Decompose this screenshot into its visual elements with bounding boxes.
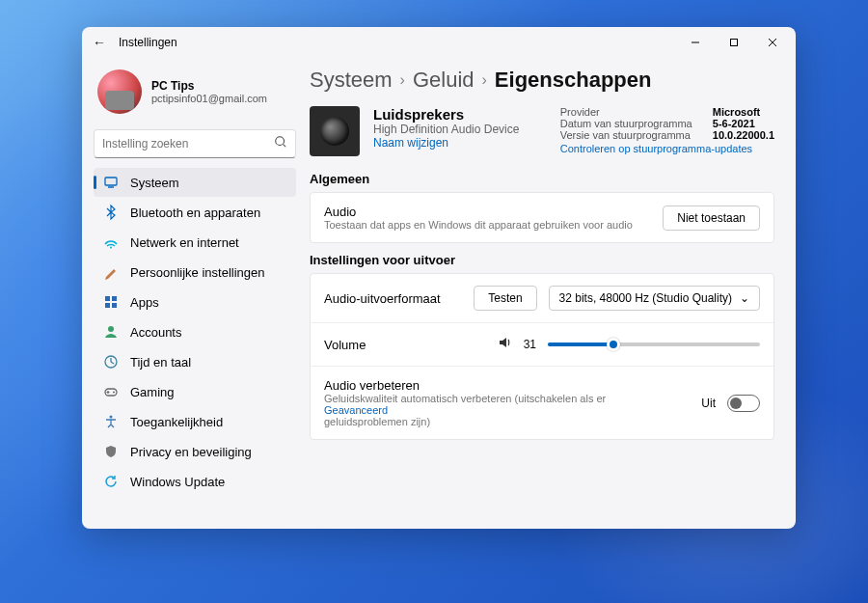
volume-row: Volume 31 [311,322,773,366]
titlebar: ← Instellingen [82,27,796,58]
bluetooth-icon [103,205,119,220]
profile[interactable]: PC Tips pctipsinfo01@gmail.com [94,66,296,125]
format-row: Audio-uitvoerformaat Testen 32 bits, 480… [311,274,773,322]
sidebar-item-label: Systeem [130,176,179,190]
svg-line-5 [284,145,286,148]
sidebar-item-label: Toegankelijkheid [130,415,223,429]
speaker-icon [310,106,360,156]
personalize-icon [103,264,119,280]
svg-rect-11 [105,303,110,308]
profile-name: PC Tips [151,79,267,93]
search-box[interactable] [94,129,296,158]
sidebar-item-label: Netwerk en internet [130,235,239,250]
sidebar-item-label: Windows Update [130,475,225,489]
gaming-icon [103,384,119,399]
svg-rect-12 [112,303,117,308]
search-icon [274,135,287,152]
sidebar: PC Tips pctipsinfo01@gmail.com SysteemBl… [82,58,304,529]
privacy-icon [103,444,119,459]
svg-rect-10 [112,296,117,301]
sidebar-item-bluetooth[interactable]: Bluetooth en apparaten [94,198,296,227]
chevron-right-icon: › [400,71,405,89]
sidebar-item-apps[interactable]: Apps [94,288,296,316]
sidebar-item-gaming[interactable]: Gaming [94,377,296,406]
disallow-button[interactable]: Niet toestaan [663,206,760,231]
audio-allow-row: Audio Toestaan dat apps en Windows dit a… [311,193,773,242]
settings-window: ← Instellingen PC Tips pctipsinfo01@gmai… [82,27,796,529]
update-icon [103,474,119,489]
sidebar-item-label: Persoonlijke instellingen [130,265,264,280]
enhance-toggle[interactable] [727,395,760,412]
time-icon [103,354,119,370]
section-output: Instellingen voor uitvoer [310,253,774,267]
crumb-current: Eigenschappen [495,68,652,93]
sidebar-item-label: Tijd en taal [130,355,191,370]
device-header: Luidsprekers High Definition Audio Devic… [310,106,774,156]
network-icon [103,234,119,250]
svg-point-16 [113,392,115,394]
device-meta: ProviderMicrosoft Datum van stuurprogram… [560,106,774,154]
crumb-sound[interactable]: Geluid [413,68,475,93]
sidebar-item-label: Gaming [130,385,175,399]
sidebar-item-label: Bluetooth en apparaten [130,206,260,220]
avatar [97,69,142,114]
crumb-system[interactable]: Systeem [310,68,393,93]
breadcrumb: Systeem › Geluid › Eigenschappen [310,68,774,93]
apps-icon [103,294,119,310]
device-name: Luidsprekers [373,106,519,123]
sidebar-item-personalize[interactable]: Persoonlijke instellingen [94,258,296,287]
device-subtitle: High Definition Audio Device [373,123,519,136]
sidebar-item-time[interactable]: Tijd en taal [94,347,296,376]
main-content: Systeem › Geluid › Eigenschappen Luidspr… [304,58,796,529]
sidebar-item-label: Privacy en beveiliging [130,445,252,459]
rename-link[interactable]: Naam wijzigen [373,136,519,150]
sidebar-item-accounts[interactable]: Accounts [94,317,296,346]
svg-point-17 [110,416,113,419]
svg-rect-1 [731,40,738,46]
system-icon [103,175,119,190]
sidebar-item-network[interactable]: Netwerk en internet [94,228,296,257]
volume-value: 31 [524,338,536,351]
test-button[interactable]: Testen [474,286,536,311]
accessibility-icon [103,414,119,429]
sidebar-item-privacy[interactable]: Privacy en beveiliging [94,437,296,466]
toggle-state: Uit [701,397,716,410]
volume-slider[interactable] [548,343,760,346]
volume-icon[interactable] [497,335,512,354]
chevron-right-icon: › [482,71,487,89]
accounts-icon [103,324,119,340]
svg-point-8 [110,247,112,249]
chevron-down-icon: ⌄ [740,291,749,305]
search-input[interactable] [102,137,274,151]
svg-point-13 [108,326,114,332]
nav: SysteemBluetooth en apparatenNetwerk en … [94,168,296,496]
maximize-button[interactable] [715,27,753,58]
close-button[interactable] [753,27,792,58]
check-updates-link[interactable]: Controleren op stuurprogramma-updates [560,143,774,154]
svg-rect-9 [105,296,110,301]
window-title: Instellingen [119,36,177,49]
minimize-button[interactable] [676,27,715,58]
svg-point-4 [276,137,285,146]
back-button[interactable]: ← [86,35,113,50]
format-select[interactable]: 32 bits, 48000 Hz (Studio Quality) ⌄ [549,286,760,311]
enhance-row: Audio verbeteren Geluidskwaliteit automa… [311,366,773,439]
section-general: Algemeen [310,172,774,186]
advanced-link[interactable]: Geavanceerd [324,404,388,416]
sidebar-item-update[interactable]: Windows Update [94,467,296,496]
sidebar-item-label: Accounts [130,325,181,340]
svg-rect-6 [105,178,117,185]
sidebar-item-accessibility[interactable]: Toegankelijkheid [94,407,296,436]
sidebar-item-system[interactable]: Systeem [94,168,296,197]
sidebar-item-label: Apps [130,295,159,310]
profile-email: pctipsinfo01@gmail.com [151,93,267,104]
